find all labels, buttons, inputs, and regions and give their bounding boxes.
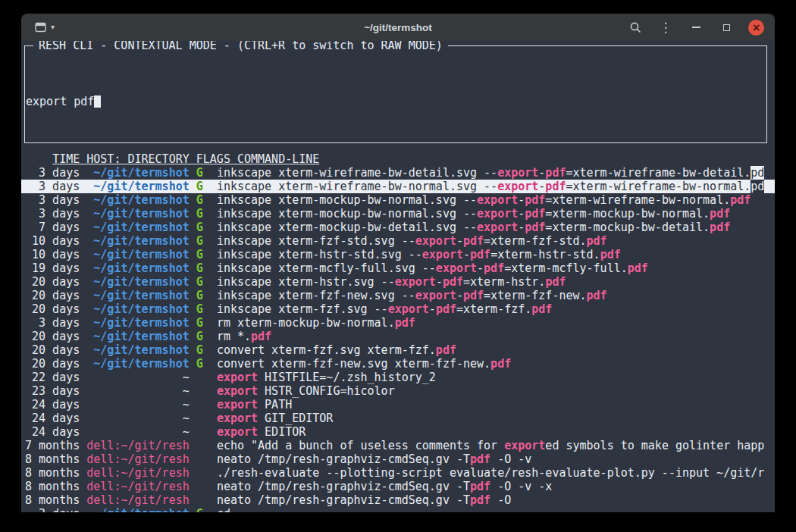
cmd-segment: -O -v — [490, 452, 531, 466]
row-command: inkscape xterm-mockup-bw-normal.svg --ex… — [217, 207, 730, 221]
history-row[interactable]: 20 days ~/git/termshot G convert xterm-f… — [21, 357, 775, 371]
row-time: 24 days — [25, 412, 80, 425]
row-flags: G — [196, 221, 203, 234]
history-row[interactable]: 20 days ~/git/termshot G inkscape xterm-… — [21, 275, 775, 289]
row-command: rm xterm-mockup-bw-normal.pdf — [217, 316, 415, 330]
history-row[interactable]: 19 days ~/git/termshot G inkscape xterm-… — [21, 261, 775, 275]
history-row[interactable]: 24 days ~ export PATH — [21, 398, 775, 412]
history-row[interactable]: 8 months dell:~/git/resh neato /tmp/resh… — [21, 480, 775, 493]
row-time: 8 months — [25, 480, 80, 493]
cmd-segment: pdf — [600, 248, 621, 261]
cmd-segment: export — [217, 412, 258, 425]
cmd-segment: export — [477, 221, 518, 234]
row-command: export PATH — [217, 398, 292, 412]
row-flags — [196, 452, 203, 466]
cmd-segment: inkscape xterm-mockup-bw-detail.svg -- — [217, 221, 477, 234]
row-host: ~ — [86, 384, 189, 398]
cmd-segment: GIT_EDITOR — [258, 412, 333, 425]
cmd-segment: rm xterm-mockup-bw-normal. — [217, 316, 395, 330]
row-command: convert xterm-fzf-new.svg xterm-fzf-new.… — [217, 357, 511, 371]
row-flags — [196, 480, 203, 493]
history-row[interactable]: 8 months dell:~/git/resh neato /tmp/resh… — [21, 493, 775, 507]
row-flags: G — [196, 316, 203, 330]
history-row[interactable]: 7 days ~/git/termshot G inkscape xterm-m… — [21, 221, 775, 234]
history-row[interactable]: 3 days ~/git/termshot G inkscape xterm-m… — [21, 193, 775, 207]
row-command: inkscape xterm-wireframe-bw-detail.svg -… — [217, 166, 764, 180]
minimize-button[interactable] — [688, 19, 704, 36]
row-time: 20 days — [25, 357, 80, 371]
row-time: 7 months — [25, 439, 80, 452]
cmd-segment: inkscape xterm-wireframe-bw-detail.svg -… — [217, 166, 497, 180]
row-flags — [196, 412, 203, 425]
history-row[interactable]: 20 days ~/git/termshot G inkscape xterm-… — [21, 302, 775, 316]
terminal-window-icon — [35, 22, 47, 33]
cmd-segment: pdf — [525, 193, 545, 207]
cmd-segment: inkscape xterm-fzf.svg -- — [217, 302, 388, 316]
history-row[interactable]: 20 days ~/git/termshot G inkscape xterm-… — [21, 289, 775, 302]
row-time: 8 months — [25, 493, 80, 507]
history-row[interactable]: 24 days ~ export GIT_EDITOR — [21, 412, 775, 425]
row-flags: G — [196, 193, 203, 207]
row-host: ~/git/termshot — [86, 261, 189, 275]
row-command: neato /tmp/resh-graphviz-cmdSeq.gv -Tpdf… — [217, 493, 511, 507]
restore-button[interactable] — [718, 19, 735, 36]
row-command: rm *.pdf — [217, 330, 271, 343]
history-row[interactable]: 22 days ~ export HISTFILE=~/.zsh_history… — [21, 371, 775, 384]
row-flags: G — [196, 343, 203, 357]
row-time: 20 days — [25, 302, 80, 316]
cmd-segment: =xterm-wireframe-bw-normal. — [566, 180, 751, 193]
cmd-segment: pdf — [525, 221, 545, 234]
cmd-segment: pd — [751, 166, 764, 180]
row-time: 10 days — [25, 234, 80, 248]
history-row[interactable]: 23 days ~ export HSTR_CONFIG=hicolor — [21, 384, 775, 398]
row-host: ~ — [86, 371, 189, 384]
history-row[interactable]: 3 days ~/git/termshot G cd — [21, 507, 775, 512]
cmd-segment: inkscape xterm-wireframe-bw-normal.svg -… — [217, 180, 497, 193]
cmd-segment: =xterm-fzf. — [456, 302, 531, 316]
menu-button[interactable]: ⋮ — [657, 19, 674, 36]
history-row[interactable]: 3 days ~/git/termshot G inkscape xterm-m… — [21, 207, 775, 221]
row-host: ~/git/termshot — [86, 207, 189, 221]
header-columns: TIME HOST: DIRECTORY FLAGS COMMAND-LINE — [52, 152, 319, 166]
row-host: ~/git/termshot — [86, 357, 189, 371]
cmd-segment: export — [217, 398, 258, 412]
row-host: dell:~/git/resh — [86, 452, 189, 466]
row-time: 3 days — [25, 193, 80, 207]
new-terminal-dropdown-button[interactable]: ▾ — [32, 20, 58, 34]
row-host: ~/git/termshot — [86, 221, 189, 234]
cmd-segment: =xterm-wireframe-bw-normal. — [545, 193, 730, 207]
row-host: dell:~/git/resh — [86, 493, 189, 507]
cmd-segment: ed symbols to make golinter happ — [545, 439, 764, 452]
history-row-selected[interactable]: 3 days ~/git/termshot G inkscape xterm-w… — [21, 180, 775, 193]
history-row[interactable]: 20 days ~/git/termshot G convert xterm-f… — [21, 343, 775, 357]
search-input[interactable]: export pdf — [26, 95, 763, 108]
row-time: 20 days — [25, 330, 80, 343]
row-command: export HISTFILE=~/.zsh_history_2 — [217, 371, 436, 384]
search-button[interactable] — [627, 19, 644, 36]
row-host: ~/git/termshot — [86, 302, 189, 316]
history-row[interactable]: 7 months dell:~/git/resh echo "Add a bun… — [21, 439, 775, 452]
history-row[interactable]: 10 days ~/git/termshot G inkscape xterm-… — [21, 248, 775, 261]
history-row[interactable]: 8 months dell:~/git/resh neato /tmp/resh… — [21, 452, 775, 466]
row-flags — [196, 425, 203, 439]
row-time: 24 days — [25, 425, 80, 439]
cmd-segment: -O -v -x — [490, 480, 552, 493]
titlebar[interactable]: ▾ ~/git/termshot ⋮ × — [21, 14, 775, 41]
row-host: ~/git/termshot — [86, 248, 189, 261]
row-time: 10 days — [25, 248, 80, 261]
history-row[interactable]: 3 days ~/git/termshot G inkscape xterm-w… — [21, 166, 775, 180]
history-row[interactable]: 20 days ~/git/termshot G rm *.pdf — [21, 330, 775, 343]
history-row[interactable]: 10 days ~/git/termshot G inkscape xterm-… — [21, 234, 775, 248]
close-button[interactable]: × — [748, 20, 764, 36]
row-command: inkscape xterm-fzf-new.svg --export-pdf=… — [217, 289, 607, 302]
history-row[interactable]: 8 months dell:~/git/resh ./resh-evaluate… — [21, 466, 775, 480]
row-host: ~ — [86, 412, 189, 425]
history-row[interactable]: 3 days ~/git/termshot G rm xterm-mockup-… — [21, 316, 775, 330]
cmd-segment: neato /tmp/resh-graphviz-cmdSeq.gv -T — [217, 493, 470, 507]
window-title: ~/git/termshot — [364, 22, 432, 33]
cmd-segment: pdf — [470, 480, 490, 493]
table-header: TIME HOST: DIRECTORY FLAGS COMMAND-LINE — [21, 152, 775, 166]
history-row[interactable]: 24 days ~ export EDITOR — [21, 425, 775, 439]
cmd-segment: pdf — [545, 275, 566, 289]
cmd-segment: pdf — [470, 493, 490, 507]
